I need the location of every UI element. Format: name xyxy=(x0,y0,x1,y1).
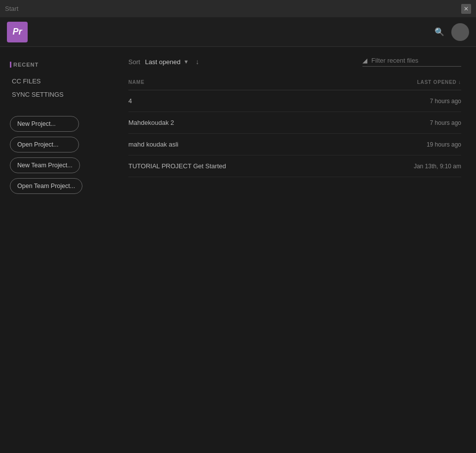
sort-direction-button[interactable]: ↓ xyxy=(194,57,201,67)
close-icon: ✕ xyxy=(464,5,469,12)
premiere-pro-logo: Pr xyxy=(7,22,28,42)
sort-value: Last opened xyxy=(145,58,181,66)
col-name-header: NAME xyxy=(128,76,356,90)
file-last-opened: 7 hours ago xyxy=(356,112,461,134)
file-last-opened: 7 hours ago xyxy=(356,90,461,112)
sort-select[interactable]: Last opened ▼ xyxy=(145,58,189,66)
filter-input[interactable] xyxy=(371,57,445,64)
open-project-button[interactable]: Open Project... xyxy=(10,137,79,152)
file-name: Mahdekoudak 2 xyxy=(128,112,356,134)
sort-direction-icon: ↓ xyxy=(196,58,199,66)
table-row[interactable]: 4 7 hours ago xyxy=(128,90,461,112)
sidebar-section-recent: RECENT xyxy=(10,62,104,68)
col-last-opened-header: LAST OPENED ↓ xyxy=(356,76,461,90)
right-panel: Sort Last opened ▼ ↓ ◢ NAME LAST OPENED … xyxy=(114,47,476,453)
filter-area: ◢ xyxy=(362,57,461,67)
main-content: RECENT CC FILES SYNC SETTINGS New Projec… xyxy=(0,47,476,453)
header-bar: Pr 🔍 xyxy=(0,17,476,47)
new-team-project-button[interactable]: New Team Project... xyxy=(10,157,80,173)
sort-label: Sort xyxy=(128,58,140,66)
filter-icon: ◢ xyxy=(362,57,367,64)
search-icon: 🔍 xyxy=(435,27,444,37)
sort-filter-bar: Sort Last opened ▼ ↓ ◢ xyxy=(128,57,461,67)
file-last-opened: Jan 13th, 9:10 am xyxy=(356,155,461,177)
sidebar-item-cc-files[interactable]: CC FILES xyxy=(10,75,104,88)
sidebar: RECENT CC FILES SYNC SETTINGS New Projec… xyxy=(0,47,114,453)
table-header-row: NAME LAST OPENED ↓ xyxy=(128,76,461,90)
file-name: mahd koudak asli xyxy=(128,134,356,155)
table-row[interactable]: Mahdekoudak 2 7 hours ago xyxy=(128,112,461,134)
table-row[interactable]: mahd koudak asli 19 hours ago xyxy=(128,134,461,155)
avatar[interactable] xyxy=(451,23,469,41)
file-name: TUTORIAL PROJECT Get Started xyxy=(128,155,356,177)
sidebar-item-sync-settings[interactable]: SYNC SETTINGS xyxy=(10,88,104,101)
logo-text: Pr xyxy=(12,27,22,37)
chevron-down-icon: ▼ xyxy=(183,59,189,65)
sidebar-buttons: New Project... Open Project... New Team … xyxy=(10,116,104,194)
file-name: 4 xyxy=(128,90,356,112)
table-row[interactable]: TUTORIAL PROJECT Get Started Jan 13th, 9… xyxy=(128,155,461,177)
open-team-project-button[interactable]: Open Team Project... xyxy=(10,178,82,194)
new-project-button[interactable]: New Project... xyxy=(10,116,79,132)
search-button[interactable]: 🔍 xyxy=(432,24,447,40)
top-bar-input[interactable] xyxy=(5,5,461,12)
file-last-opened: 19 hours ago xyxy=(356,134,461,155)
files-table: NAME LAST OPENED ↓ 4 7 hours ago Mahdeko… xyxy=(128,76,461,177)
close-button[interactable]: ✕ xyxy=(461,4,471,14)
top-bar: ✕ xyxy=(0,0,476,17)
